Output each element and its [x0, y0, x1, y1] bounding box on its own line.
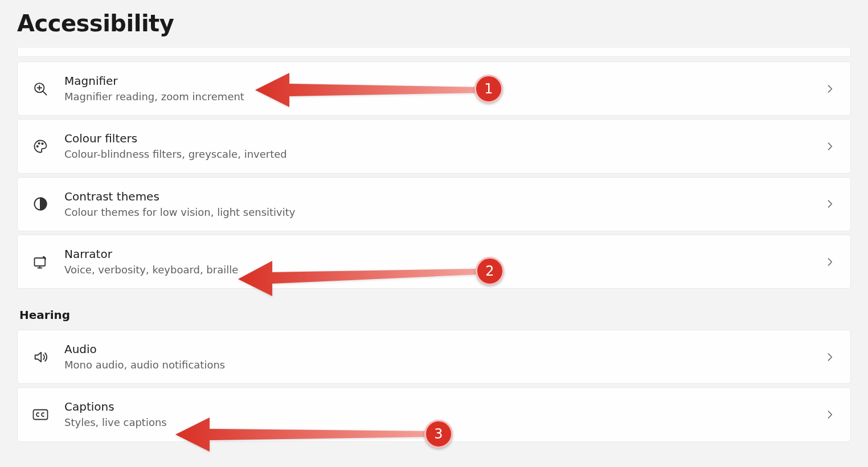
- svg-point-11: [43, 256, 46, 259]
- settings-item-narrator[interactable]: Narrator Voice, verbosity, keyboard, bra…: [17, 235, 851, 289]
- settings-item-subtitle: Colour-blindness filters, greyscale, inv…: [64, 148, 808, 161]
- contrast-icon: [32, 196, 48, 212]
- settings-item-title: Colour filters: [64, 131, 808, 146]
- speaker-icon: [32, 349, 48, 365]
- narrator-icon: [32, 254, 48, 270]
- section-heading-hearing: Hearing: [17, 292, 851, 330]
- magnifier-icon: [32, 81, 48, 97]
- svg-point-6: [42, 143, 43, 144]
- settings-item-subtitle: Magnifier reading, zoom increment: [64, 90, 808, 104]
- svg-line-1: [43, 91, 47, 95]
- chevron-right-icon: [824, 83, 836, 95]
- settings-item-title: Audio: [64, 342, 808, 357]
- svg-point-5: [39, 143, 40, 144]
- svg-point-4: [37, 146, 38, 147]
- settings-item-title: Contrast themes: [64, 189, 808, 204]
- chevron-right-icon: [824, 351, 836, 363]
- settings-item-subtitle: Colour themes for low vision, light sens…: [64, 206, 808, 219]
- chevron-right-icon: [824, 198, 836, 210]
- settings-item-partial: [17, 48, 851, 57]
- settings-item-title: Magnifier: [64, 73, 808, 89]
- settings-item-magnifier[interactable]: Magnifier Magnifier reading, zoom increm…: [17, 62, 851, 116]
- chevron-right-icon: [824, 141, 836, 152]
- captions-icon: [32, 407, 48, 423]
- settings-item-subtitle: Voice, verbosity, keyboard, braille: [64, 263, 808, 277]
- palette-icon: [32, 138, 48, 154]
- chevron-right-icon: [824, 256, 836, 268]
- settings-item-colour-filters[interactable]: Colour filters Colour-blindness filters,…: [17, 119, 851, 173]
- page-title: Accessibility: [17, 0, 851, 48]
- settings-item-subtitle: Mono audio, audio notifications: [64, 358, 808, 372]
- settings-item-title: Narrator: [64, 247, 808, 262]
- settings-item-subtitle: Styles, live captions: [64, 416, 808, 429]
- settings-item-contrast-themes[interactable]: Contrast themes Colour themes for low vi…: [17, 177, 851, 231]
- settings-item-title: Captions: [64, 399, 808, 415]
- settings-item-captions[interactable]: Captions Styles, live captions: [17, 387, 851, 441]
- svg-rect-8: [35, 258, 46, 266]
- chevron-right-icon: [824, 409, 836, 420]
- settings-item-audio[interactable]: Audio Mono audio, audio notifications: [17, 330, 851, 384]
- svg-rect-12: [34, 410, 48, 420]
